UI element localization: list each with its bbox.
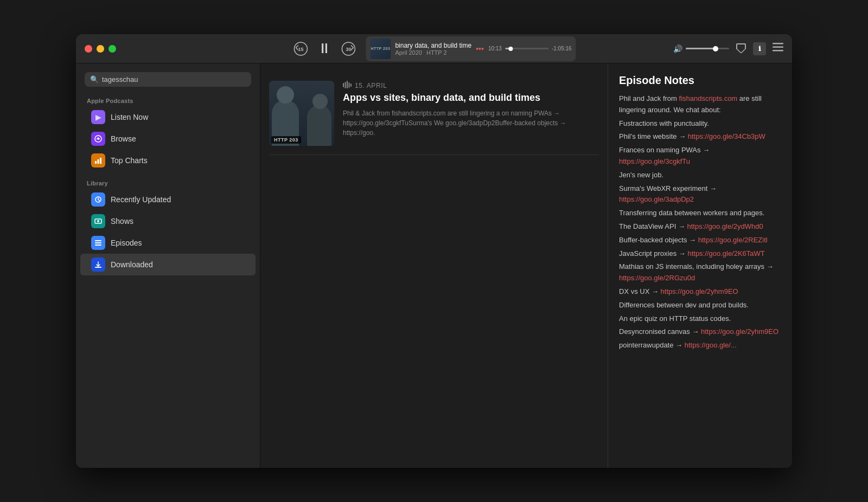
main-content: 🔍 Apple Podcasts ▶ Listen Now Browse bbox=[76, 63, 792, 468]
minimize-button[interactable] bbox=[97, 45, 104, 53]
link-3cgkftu[interactable]: https://goo.gle/3cgkfTu bbox=[619, 157, 690, 165]
skip-back-button[interactable]: 15 bbox=[292, 40, 309, 57]
link-2rgzu0d[interactable]: https://goo.gle/2RGzu0d bbox=[619, 274, 695, 282]
section-label-apple-podcasts: Apple Podcasts bbox=[76, 95, 260, 106]
episode-card[interactable]: HTTP 203 bbox=[269, 72, 599, 155]
link-2ydwhd0[interactable]: https://goo.gle/2ydWhd0 bbox=[687, 222, 763, 230]
shows-icon bbox=[91, 214, 105, 228]
playback-controls: 15 ⏸ 30 bbox=[292, 40, 357, 57]
now-playing-dots[interactable]: ••• bbox=[476, 44, 484, 53]
now-playing-subtitle: April 2020 bbox=[395, 49, 422, 56]
now-playing-thumb-inner: HTTP 203 bbox=[370, 38, 391, 59]
svg-rect-19 bbox=[95, 267, 101, 268]
link-2yhm9eo[interactable]: https://goo.gle/2yhm9EO bbox=[661, 287, 738, 295]
now-playing-widget[interactable]: HTTP 203 binary data, and build time Apr… bbox=[366, 36, 576, 61]
svg-rect-21 bbox=[345, 82, 346, 88]
traffic-lights bbox=[85, 45, 116, 53]
episode-meta: 15. APRIL bbox=[343, 81, 599, 90]
top-charts-icon bbox=[91, 153, 105, 168]
sidebar-item-top-charts[interactable]: Top Charts bbox=[80, 150, 256, 171]
notes-content[interactable]: Phil and Jack from fishandscripts.com ar… bbox=[608, 93, 792, 468]
progress-bar[interactable] bbox=[505, 48, 548, 49]
svg-rect-20 bbox=[343, 83, 344, 87]
episode-info: 15. APRIL Apps vs sites, binary data, an… bbox=[343, 81, 599, 146]
link-34cb3pw[interactable]: https://goo.gle/34Cb3pW bbox=[688, 132, 765, 140]
sidebar-item-shows[interactable]: Shows bbox=[80, 210, 256, 232]
notes-para-2: Fustractions with punctuality. bbox=[619, 118, 781, 130]
sidebar-item-episodes[interactable]: Episodes bbox=[80, 232, 256, 254]
episode-list[interactable]: HTTP 203 bbox=[260, 63, 608, 468]
section-label-library: Library bbox=[76, 178, 260, 189]
search-bar[interactable]: 🔍 bbox=[85, 72, 251, 87]
titlebar: 15 ⏸ 30 HTTP 203 bbox=[76, 34, 792, 63]
now-playing-progress: 10:13 -1:05:16 bbox=[488, 46, 572, 52]
volume-handle[interactable] bbox=[713, 46, 718, 52]
volume-slider[interactable] bbox=[686, 48, 729, 49]
volume-icon: 🔊 bbox=[673, 44, 682, 53]
link-pointerraw[interactable]: https://goo.gle/... bbox=[685, 341, 737, 349]
list-button[interactable] bbox=[773, 43, 783, 54]
listen-now-label: Listen Now bbox=[111, 113, 148, 121]
content-area: HTTP 203 bbox=[260, 63, 608, 468]
link-fishandscripts[interactable]: fishandscripts.com bbox=[679, 94, 738, 102]
episode-thumbnail: HTTP 203 bbox=[269, 81, 334, 146]
skip-forward-button[interactable]: 30 bbox=[340, 40, 357, 57]
notes-para-16: pointerrawupdate → https://goo.gle/... bbox=[619, 340, 781, 351]
listen-now-icon: ▶ bbox=[91, 110, 105, 124]
svg-text:15: 15 bbox=[298, 47, 303, 52]
notes-panel: Episode Notes Phil and Jack from fishand… bbox=[608, 63, 792, 468]
link-2rezitl[interactable]: https://goo.gle/2REZitl bbox=[698, 236, 768, 244]
sidebar-item-recently-updated[interactable]: Recently Updated bbox=[80, 189, 256, 210]
svg-rect-18 bbox=[95, 244, 101, 246]
app-window: 15 ⏸ 30 HTTP 203 bbox=[76, 34, 792, 468]
episode-date: 15. APRIL bbox=[355, 82, 387, 89]
svg-rect-10 bbox=[95, 161, 97, 164]
titlebar-right: 🔊 ℹ bbox=[673, 42, 783, 55]
waveform-icon bbox=[343, 81, 352, 90]
sidebar-item-downloaded[interactable]: Downloaded bbox=[80, 254, 256, 275]
link-3adpdp2[interactable]: https://goo.gle/3adpDp2 bbox=[619, 195, 694, 203]
svg-rect-11 bbox=[98, 159, 99, 164]
search-input[interactable] bbox=[102, 75, 246, 83]
progress-handle[interactable] bbox=[508, 47, 513, 51]
volume-fill bbox=[686, 48, 714, 49]
sidebar: 🔍 Apple Podcasts ▶ Listen Now Browse bbox=[76, 63, 260, 468]
recently-updated-label: Recently Updated bbox=[111, 195, 171, 204]
notes-para-10: JavaScript proxies → https://goo.gle/2K6… bbox=[619, 248, 781, 260]
svg-text:30: 30 bbox=[346, 47, 351, 52]
info-icon: ℹ bbox=[758, 45, 761, 53]
notes-para-5: Jen's new job. bbox=[619, 170, 781, 181]
svg-rect-23 bbox=[349, 82, 350, 88]
now-playing-show: HTTP 2 bbox=[426, 49, 447, 56]
svg-rect-6 bbox=[773, 50, 783, 52]
top-charts-label: Top Charts bbox=[111, 156, 148, 165]
episode-thumb-label: HTTP 203 bbox=[271, 136, 301, 144]
episode-photo: HTTP 203 bbox=[269, 81, 334, 146]
now-playing-remaining: -1:05:16 bbox=[552, 46, 572, 52]
episodes-label: Episodes bbox=[111, 239, 142, 247]
info-button[interactable]: ℹ bbox=[753, 42, 766, 55]
episode-description: Phil & Jack from fishandscripts.com are … bbox=[343, 108, 599, 138]
notes-title: Episode Notes bbox=[619, 74, 781, 87]
notes-para-4: Frances on naming PWAs → https://goo.gle… bbox=[619, 145, 781, 168]
now-playing-info: binary data, and build time April 2020 H… bbox=[395, 42, 471, 56]
svg-rect-5 bbox=[773, 47, 783, 48]
notes-para-1: Phil and Jack from fishandscripts.com ar… bbox=[619, 93, 781, 116]
sidebar-item-listen-now[interactable]: ▶ Listen Now bbox=[80, 106, 256, 128]
downloaded-icon bbox=[91, 258, 105, 272]
notes-para-7: Transferring data between workers and pa… bbox=[619, 208, 781, 219]
notes-para-11: Mathias on JS internals, including holey… bbox=[619, 261, 781, 284]
svg-point-15 bbox=[97, 220, 99, 222]
browse-icon bbox=[91, 132, 105, 146]
downloaded-label: Downloaded bbox=[111, 260, 153, 269]
svg-rect-24 bbox=[350, 83, 352, 87]
link-desync[interactable]: https://goo.gle/2yhm9EO bbox=[701, 327, 778, 336]
notes-para-13: Differences between dev and prod builds. bbox=[619, 300, 781, 311]
svg-rect-9 bbox=[97, 138, 100, 139]
pause-button[interactable]: ⏸ bbox=[316, 40, 333, 57]
airplay-icon[interactable] bbox=[736, 42, 746, 55]
maximize-button[interactable] bbox=[108, 45, 116, 53]
sidebar-item-browse[interactable]: Browse bbox=[80, 128, 256, 150]
link-2k6tawt[interactable]: https://goo.gle/2K6TaWT bbox=[687, 249, 764, 258]
close-button[interactable] bbox=[85, 45, 92, 53]
